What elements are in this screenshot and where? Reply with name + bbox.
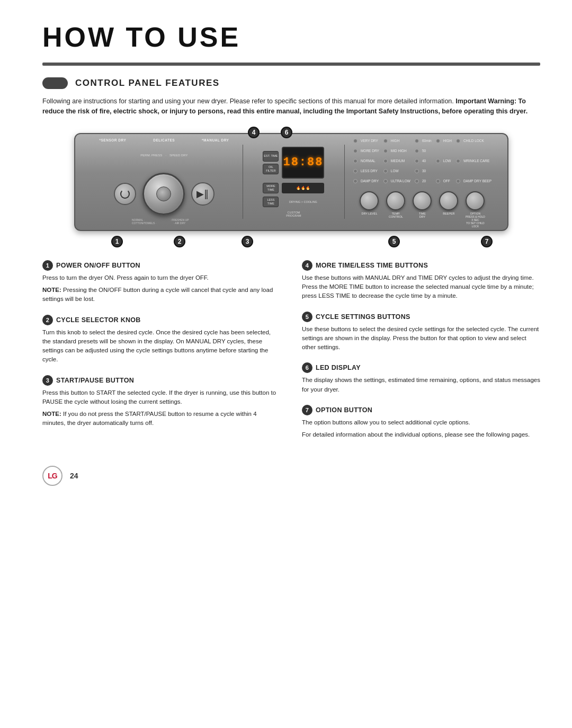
power-button-illustration [114, 183, 136, 205]
more-time-btn-illustration: MORETIME [263, 183, 279, 193]
cycle-labels: *SENSOR DRY DELICATES *MANUAL DRY [86, 138, 243, 142]
callout-2: 2 [174, 236, 185, 247]
right-column: 4 MORE TIME/LESS TIME BUTTONS Use these … [302, 260, 540, 450]
callout-5: 5 [388, 236, 400, 247]
feature-3: 3 START/PAUSE BUTTON Press this button t… [42, 375, 281, 428]
feature-4: 4 MORE TIME/LESS TIME BUTTONS Use these … [302, 260, 540, 301]
callout-1: 1 [111, 236, 123, 247]
lg-logo: LG [42, 466, 62, 486]
intro-text: Following are instructions for starting … [42, 96, 540, 117]
cycle-selector-knob-illustration [142, 173, 185, 215]
panel-right: VERY DRY HIGH 60min HIGH CHILD LOCK MORE… [345, 134, 497, 230]
ctrl-btn-temp-control: TEMP.CONTROL [385, 191, 406, 228]
left-column: 1 POWER ON/OFF BUTTON Press to turn the … [42, 260, 281, 450]
dryer-panel: *SENSOR DRY DELICATES *MANUAL DRY PERM. … [74, 133, 508, 231]
time-btn-group: EST. TIME OIL FILTER [263, 151, 279, 174]
callout-3: 3 [242, 236, 253, 247]
ctrl-btn-time-dry: TIMEDRY [412, 191, 433, 228]
panel-diagram: 4 6 *SENSOR DRY DELICATES *MANUAL DRY PE… [42, 127, 540, 248]
callout-7: 7 [481, 236, 493, 247]
start-pause-button-illustration: ▶‖ [191, 182, 215, 206]
feature-6: 6 LED DISPLAY The display shows the sett… [302, 362, 540, 394]
title-divider [42, 63, 540, 66]
page-number: 24 [70, 472, 78, 480]
callout-6: 6 [281, 127, 292, 138]
less-time-btn-illustration: LESSTIME [263, 197, 279, 207]
panel-middle: EST. TIME OIL FILTER 18:88 MORETIME 🔥🔥🔥 [243, 134, 344, 230]
section-header: CONTROL PANEL FEATURES [42, 77, 540, 89]
callout-4: 4 [248, 127, 260, 138]
custom-program-label: CUSTOMPROGRAM [286, 211, 301, 217]
ctrl-btn-option: OPTIONPRESS & HOLD 3 SECTO SET CHILD LOC… [464, 191, 486, 228]
page-footer: LG 24 [42, 460, 540, 486]
ctrl-btn-dry-level: DRY LEVEL [359, 191, 380, 228]
page-container: HOW TO USE CONTROL PANEL FEATURES Follow… [0, 0, 572, 507]
knob-area: ▶‖ [114, 173, 215, 215]
section-header-bar [42, 77, 68, 89]
feature-1: 1 POWER ON/OFF BUTTON Press to turn the … [42, 260, 281, 304]
btn-labels: NORMAL · COTTON/TOWELS · · FRESHEN UP · … [106, 218, 222, 225]
led-display-illustration: 18:88 [282, 147, 324, 179]
feature-5: 5 CYCLE SETTINGS BUTTONS Use these butto… [302, 312, 540, 352]
content-grid: 1 POWER ON/OFF BUTTON Press to turn the … [42, 260, 540, 450]
ctrl-btn-beeper: BEEPER [438, 191, 459, 228]
est-time-label: EST. TIME [263, 151, 279, 162]
oil-filter-label: OIL FILTER [263, 164, 279, 174]
section-title: CONTROL PANEL FEATURES [75, 78, 220, 88]
feature-2: 2 CYCLE SELECTOR KNOB Turn this knob to … [42, 315, 281, 365]
feature-7: 7 OPTION BUTTON The option buttons allow… [302, 405, 540, 440]
panel-left: *SENSOR DRY DELICATES *MANUAL DRY PERM. … [86, 134, 243, 230]
ctrl-buttons-row: DRY LEVEL TEMP.CONTROL TIMEDRY BEEPER [353, 191, 491, 228]
page-title: HOW TO USE [42, 21, 540, 53]
